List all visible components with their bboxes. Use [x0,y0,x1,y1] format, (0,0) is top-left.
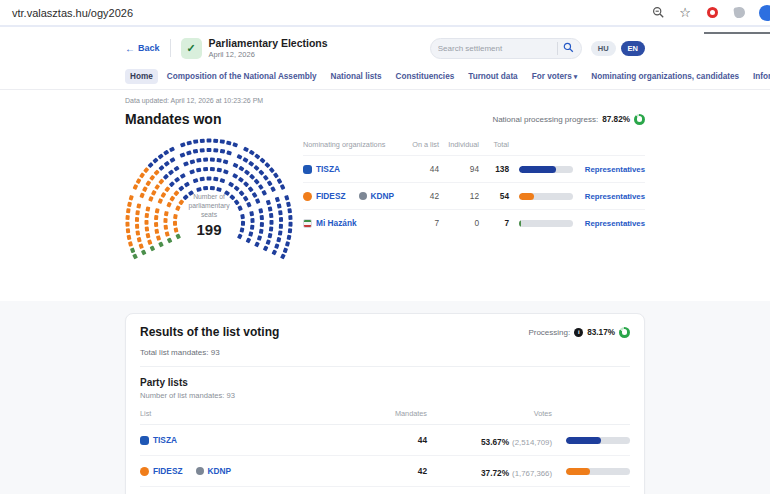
list-mandates-count: Number of list mandates: 93 [140,391,630,400]
nav-item-information[interactable]: Information [748,69,770,84]
results-title: Results of the list voting [140,325,279,339]
processing-label: Processing: [528,328,570,337]
search-divider [557,42,558,55]
election-date: April 12, 2026 [209,50,328,59]
processing-value: 83.17% [587,328,615,337]
extension-icon[interactable] [733,6,745,18]
national-processing-progress: National processing progress: 87.82% [492,114,645,125]
fidesz-logo-icon [140,467,149,476]
fidesz-logo-icon [303,192,312,201]
tisza-logo-icon [140,436,149,445]
representatives-link[interactable]: Representatives [573,219,645,228]
votes-bar [566,468,630,475]
party-link-tisza[interactable]: TISZA [153,435,177,445]
party-link-mi-hazank[interactable]: Mi Hazánk [316,218,357,228]
votes-bar [566,437,630,444]
progress-donut-icon [619,327,630,338]
party-link-fidesz[interactable]: FIDESZ [316,191,346,201]
mandates-table: Nominating organizations On a list Indiv… [303,136,645,268]
party-link-kdnp[interactable]: KDNP [371,191,395,201]
nav-item-constituencies[interactable]: Constituencies [391,69,460,84]
mandate-bar [519,220,573,227]
data-updated-text: Data updated: April 12, 2026 at 10:23:26… [125,97,645,104]
mandates-section: Data updated: April 12, 2026 at 10:23:26… [125,97,645,268]
back-label: Back [138,43,160,53]
mandate-bar [519,166,573,173]
processing-value: 87.82% [602,115,630,124]
results-section: Results of the list voting Processing: 8… [0,301,770,494]
tisza-logo-icon [303,165,312,174]
list-row: FIDESZ KDNP 42 37.72%(1,767,366) [140,456,630,487]
mandates-title: Mandates won [125,111,221,127]
mandates-table-header: Nominating organizations On a list Indiv… [303,140,645,155]
table-row: TISZA 44 94 138 Representatives [303,155,645,182]
party-lists-title: Party lists [140,377,630,388]
site-header: Back Parliamentary Elections April 12, 2… [125,34,645,62]
main-nav: Home Composition of the National Assembl… [125,69,645,84]
caret-down-icon [574,72,578,81]
browser-address-bar: vtr.valasztas.hu/ogy2026 [0,0,770,27]
party-link-kdnp[interactable]: KDNP [208,466,232,476]
ballot-logo-icon [181,38,202,59]
zoom-icon[interactable] [651,6,665,20]
table-row: FIDESZ KDNP 42 12 54 Representatives [303,182,645,209]
kdnp-logo-icon [359,192,367,200]
header-divider [170,39,171,57]
nav-item-national-lists[interactable]: National lists [326,69,387,84]
lang-en-button[interactable]: EN [621,41,645,56]
mandate-bar [519,193,573,200]
back-arrow-icon [125,43,135,54]
profile-avatar[interactable] [759,5,770,21]
page-title: Parliamentary Elections [209,37,328,49]
results-card: Results of the list voting Processing: 8… [125,313,645,494]
nav-item-nominating-organizations[interactable]: Nominating organizations, candidates [586,69,744,84]
nav-item-turnout-data[interactable]: Turnout data [463,69,522,84]
nav-item-for-voters[interactable]: For voters [527,69,583,84]
search-input[interactable] [438,44,548,53]
list-table-header: List Mandates Votes [140,409,630,425]
representatives-link[interactable]: Representatives [573,192,645,201]
lang-hu-button[interactable]: HU [591,41,616,56]
search-icon[interactable] [563,39,574,57]
opera-icon[interactable] [707,7,718,18]
total-list-mandates: Total list mandates: 93 [140,348,630,367]
info-icon[interactable] [574,328,583,337]
url-text[interactable]: vtr.valasztas.hu/ogy2026 [12,7,133,19]
party-link-fidesz[interactable]: FIDESZ [153,466,183,476]
representatives-link[interactable]: Representatives [573,165,645,174]
back-button[interactable]: Back [125,43,160,54]
nav-item-composition[interactable]: Composition of the National Assembly [162,69,322,84]
bookmark-star-icon[interactable] [678,6,692,20]
window-edge-line [704,32,770,34]
parliament-seat-chart: Number of parliamentary seats 199 [125,136,293,268]
kdnp-logo-icon [196,467,204,475]
list-processing-progress: Processing: 83.17% [528,327,630,338]
processing-label: National processing progress: [492,115,598,124]
hemicycle-svg [125,136,293,264]
table-row: Mi Hazánk 7 0 7 Representatives [303,209,645,236]
settlement-search[interactable] [430,38,582,59]
nav-item-home[interactable]: Home [125,69,158,84]
mi-hazank-logo-icon [303,219,312,228]
party-link-tisza[interactable]: TISZA [316,164,340,174]
list-row: TISZA 44 53.67%(2,514,709) [140,425,630,456]
progress-donut-icon [634,114,645,125]
nav-divider [0,89,770,90]
list-row: Mi Hazánk 7 5.94%(276,424) [140,487,630,494]
